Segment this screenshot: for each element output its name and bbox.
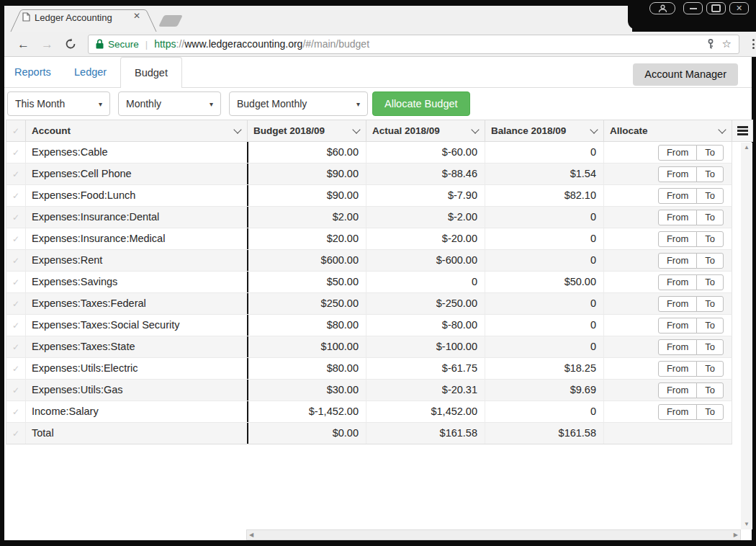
to-button[interactable]: To — [696, 318, 724, 334]
account-cell: Expenses:Cable — [25, 142, 247, 163]
to-button[interactable]: To — [696, 231, 724, 247]
maximize-icon — [711, 4, 721, 12]
select-all-header[interactable]: ✓ — [6, 120, 25, 141]
row-select-cell[interactable]: ✓ — [6, 336, 25, 357]
column-header-balance[interactable]: Balance 2018/09 — [485, 120, 603, 141]
account-cell: Expenses:Insurance:Dental — [25, 207, 247, 228]
from-button[interactable]: From — [658, 145, 697, 161]
balance-cell: $9.69 — [485, 380, 603, 400]
period-select[interactable]: This Month ▾ — [7, 91, 110, 116]
horizontal-scrollbar[interactable]: ◀ ▶ — [246, 529, 741, 540]
actual-cell: $1,452.00 — [366, 401, 485, 422]
nav-link-ledger[interactable]: Ledger — [66, 57, 115, 88]
column-header-budget[interactable]: Budget 2018/09 — [247, 120, 366, 141]
filter-controls: This Month ▾ Monthly ▾ Budget Monthly ▾ … — [4, 91, 752, 116]
profile-button[interactable] — [649, 2, 675, 14]
from-button[interactable]: From — [658, 382, 697, 398]
minimize-button[interactable] — [683, 2, 703, 14]
row-select-cell[interactable]: ✓ — [6, 228, 25, 249]
forward-button[interactable]: → — [35, 38, 59, 50]
nav-tab-budget-active[interactable]: Budget — [120, 57, 182, 88]
row-select-cell[interactable]: ✓ — [6, 380, 25, 400]
table-row: ✓ Income:Salary $-1,452.00 $1,452.00 0 F… — [6, 401, 732, 423]
column-header-actual[interactable]: Actual 2018/09 — [366, 120, 485, 141]
column-header-allocate[interactable]: Allocate — [603, 120, 732, 141]
maximize-button[interactable] — [706, 2, 726, 14]
check-icon: ✓ — [12, 407, 19, 417]
row-select-cell[interactable]: ✓ — [6, 358, 25, 379]
to-button[interactable]: To — [696, 382, 724, 398]
to-button[interactable]: To — [696, 361, 724, 377]
from-button[interactable]: From — [658, 210, 697, 225]
to-button[interactable]: To — [696, 253, 724, 269]
row-select-cell[interactable]: ✓ — [6, 250, 25, 271]
frequency-select[interactable]: Monthly ▾ — [118, 91, 221, 116]
to-button[interactable]: To — [696, 274, 724, 290]
row-select-cell[interactable]: ✓ — [6, 207, 25, 228]
budget-cell: $2.00 — [247, 207, 366, 228]
row-select-cell[interactable]: ✓ — [6, 164, 25, 184]
budget-cell: $-1,452.00 — [247, 401, 366, 422]
from-button[interactable]: From — [658, 404, 697, 420]
scroll-up-icon[interactable]: ▲ — [744, 145, 750, 151]
from-button[interactable]: From — [658, 361, 697, 377]
to-button[interactable]: To — [696, 166, 724, 182]
table-row: ✓ Expenses:Savings $50.00 0 $50.00 From … — [6, 272, 732, 293]
row-select-cell[interactable]: ✓ — [6, 272, 25, 292]
row-select-cell[interactable]: ✓ — [6, 142, 25, 163]
period-select-value: This Month — [15, 98, 65, 109]
from-button[interactable]: From — [658, 188, 697, 204]
allocate-cell: From To — [603, 272, 732, 292]
row-select-cell[interactable]: ✓ — [6, 185, 25, 206]
from-button[interactable]: From — [658, 296, 697, 312]
from-button[interactable]: From — [658, 166, 697, 182]
row-select-cell[interactable]: ✓ — [6, 315, 25, 336]
nav-link-reports[interactable]: Reports — [6, 57, 60, 88]
to-button[interactable]: To — [696, 404, 724, 420]
row-select-cell[interactable]: ✓ — [6, 423, 25, 444]
row-select-cell[interactable]: ✓ — [6, 293, 25, 314]
window-titlebar: ✕ — [628, 0, 752, 30]
budget-cell: $90.00 — [247, 164, 366, 184]
balance-cell: 0 — [485, 250, 603, 271]
url-separator: :// — [176, 38, 185, 50]
balance-cell: $161.58 — [485, 423, 603, 444]
browser-menu-icon[interactable] — [748, 36, 756, 52]
from-button[interactable]: From — [658, 253, 697, 269]
actual-cell: $-7.90 — [366, 185, 485, 206]
bookmark-star-icon[interactable]: ☆ — [722, 37, 732, 50]
column-menu-cell — [732, 120, 752, 141]
key-icon[interactable] — [706, 39, 715, 50]
frequency-select-value: Monthly — [126, 98, 161, 109]
from-button[interactable]: From — [658, 274, 697, 290]
to-button[interactable]: To — [696, 296, 724, 312]
account-manager-button[interactable]: Account Manager — [633, 63, 738, 86]
row-select-cell[interactable]: ✓ — [6, 401, 25, 422]
to-button[interactable]: To — [696, 188, 724, 204]
chevron-down-icon — [471, 125, 479, 133]
window-close-button[interactable]: ✕ — [729, 2, 749, 14]
scroll-down-icon[interactable]: ▼ — [744, 522, 750, 527]
back-button[interactable]: ← — [12, 38, 35, 50]
from-button[interactable]: From — [658, 339, 697, 355]
address-bar[interactable]: Secure | https://www.ledgeraccounting.or… — [88, 35, 739, 54]
to-button[interactable]: To — [696, 145, 724, 161]
lock-icon[interactable] — [96, 39, 104, 49]
to-button[interactable]: To — [696, 339, 724, 355]
column-header-account[interactable]: Account — [25, 120, 247, 141]
scroll-right-icon[interactable]: ▶ — [734, 532, 738, 538]
column-menu-icon[interactable] — [735, 124, 750, 138]
budget-cell: $80.00 — [247, 315, 366, 336]
to-button[interactable]: To — [696, 210, 724, 225]
from-button[interactable]: From — [658, 318, 697, 334]
vertical-scrollbar[interactable]: ▲ ▼ — [741, 143, 752, 529]
account-cell: Income:Salary — [25, 401, 247, 422]
from-button[interactable]: From — [658, 231, 697, 247]
allocate-budget-button[interactable]: Allocate Budget — [372, 91, 470, 116]
tab-close-button[interactable]: ✕ — [133, 11, 140, 21]
column-header-label: Balance 2018/09 — [491, 125, 566, 136]
budget-type-select[interactable]: Budget Monthly ▾ — [229, 91, 368, 116]
actual-cell: $-80.00 — [366, 315, 485, 336]
reload-button[interactable] — [59, 38, 82, 50]
scroll-left-icon[interactable]: ◀ — [249, 532, 253, 538]
